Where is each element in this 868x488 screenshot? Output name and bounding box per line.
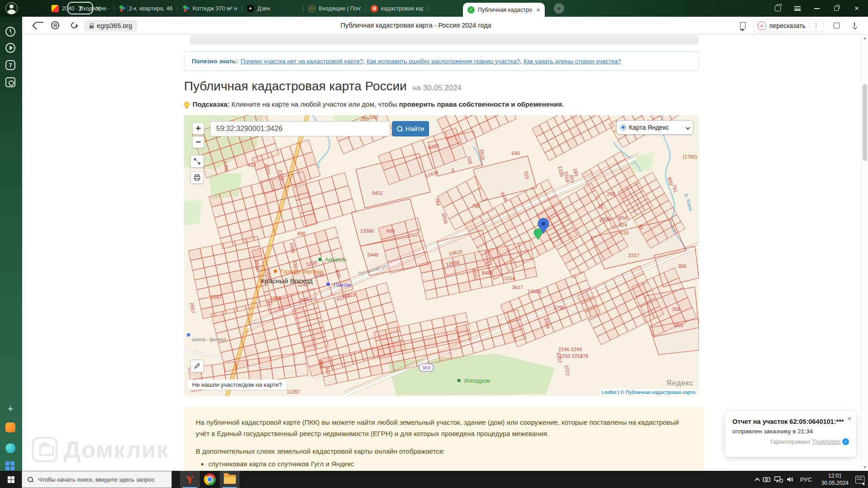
messenger-service-icon[interactable]	[5, 443, 15, 453]
ya-favicon: Я	[371, 5, 378, 12]
menu-button[interactable]	[791, 0, 804, 17]
url-text: egrp365.org	[97, 22, 132, 29]
tab-4[interactable]: 21Входящие | Почта | SOGo	[304, 0, 366, 17]
tab-groups-icon[interactable]: 7	[5, 60, 15, 70]
printer-icon	[193, 174, 201, 181]
notice-link-1[interactable]: Как исправить ошибку расположения границ…	[367, 58, 520, 65]
layer-select-dropdown[interactable]: Карта Яндекс	[616, 120, 693, 135]
language-indicator[interactable]: РУС	[797, 476, 815, 483]
yandex-home-button[interactable]: Я	[48, 17, 62, 34]
cadastral-map[interactable]: 5522788483105261612434564031534467887845…	[184, 115, 699, 396]
bookmark-button[interactable]	[736, 17, 749, 34]
taskbar-file-explorer[interactable]	[220, 471, 240, 488]
scrollbar-thumb[interactable]	[863, 84, 867, 161]
retell-button[interactable]: « пересказать ⋮	[753, 19, 824, 32]
profile-avatar[interactable]	[5, 2, 18, 14]
map-label: Горячие пирожки	[280, 268, 323, 275]
dzen-favicon	[247, 5, 254, 12]
cadastral-map-canvas[interactable]: 5522788483105261612434564031534467887845…	[184, 115, 699, 396]
page-scrollbar[interactable]: ▲ ▼	[861, 34, 868, 471]
tab-5[interactable]: Якадастровая карта — Ян	[366, 0, 428, 17]
taskbar-search[interactable]: Чтобы начать поиск, введите здесь запрос	[22, 471, 172, 488]
add-panel-icon[interactable]: +	[5, 404, 15, 414]
close-icon[interactable]: ×	[847, 414, 852, 423]
trustaction-link[interactable]: TrustAction	[812, 439, 840, 445]
tab-active-cadastral-map[interactable]: ✓ Публичная кадастрова ×	[463, 3, 545, 17]
map-label: Пиком	[334, 282, 351, 288]
minimize-button[interactable]	[810, 0, 824, 17]
hint-line: Подсказка: Кликните на карте на любой уч…	[184, 100, 564, 108]
parcel-number: 788	[472, 203, 480, 209]
notification-line: отправлен заказчику в 21:34	[732, 428, 849, 435]
parcel-number: 3617	[512, 285, 523, 290]
tab-0[interactable]: 2040 · Входящие — Яндекс	[47, 0, 113, 17]
download-icon	[852, 23, 857, 28]
poi-icon	[326, 282, 330, 286]
not-found-label[interactable]: Не нашли участок/дом на карте?	[188, 380, 286, 390]
zoom-in-button[interactable]: +	[192, 122, 204, 135]
yandex-browser-icon: Y	[186, 474, 193, 486]
tab-1[interactable]: 2-к. квартира, 46,4 м², 3/5	[114, 0, 177, 17]
tab-3[interactable]: Дзен	[242, 0, 303, 17]
hidden-icons-chevron[interactable]	[755, 478, 760, 483]
maximize-button[interactable]	[830, 0, 843, 17]
web-page: Полезно знать: Почему участка нет на кад…	[22, 34, 861, 471]
refresh-button[interactable]	[67, 17, 81, 34]
notice-link-0[interactable]: Почему участка нет на кадастровой карте?	[241, 58, 363, 65]
new-tab-button[interactable]: +	[554, 3, 564, 14]
scroll-up-arrow[interactable]: ▲	[861, 34, 868, 42]
yandex-watermark: Яндекс	[666, 379, 693, 387]
parcel-number: 413	[248, 162, 256, 168]
leaflet-link[interactable]: Leaflet	[602, 389, 617, 395]
tabs-panel-button[interactable]	[830, 17, 843, 34]
info-bullet-0: спутниковая карта со спутников Гугл и Ян…	[208, 459, 692, 470]
parcel-number: 5796	[554, 305, 565, 310]
measure-button[interactable]	[190, 360, 204, 372]
start-button[interactable]	[0, 471, 22, 488]
parcel-number: 11287	[287, 389, 300, 394]
map-attribution: Leaflet | © Публичная кадастровая карта	[599, 389, 698, 395]
parcel-number: 2250 2251	[559, 353, 583, 359]
map-label: Аквилон	[325, 257, 346, 263]
mail-favicon	[52, 5, 59, 12]
parcel-number: 640	[512, 150, 520, 156]
refresh-icon	[70, 21, 79, 30]
copyright-link[interactable]: © Публичная кадастровая карта	[621, 389, 695, 395]
tab-close-icon[interactable]: ×	[536, 6, 540, 13]
road-number-badge: 969	[422, 365, 430, 371]
taskbar-clock[interactable]: 12:01 30.05.2024	[818, 472, 852, 487]
music-service-icon[interactable]	[5, 422, 15, 432]
back-button[interactable]	[28, 17, 42, 34]
address-toolbar: Я egrp365.org Публичная кадастровая карт…	[22, 17, 868, 34]
find-button[interactable]: Найти	[392, 121, 429, 136]
downloads-button[interactable]	[848, 17, 861, 34]
yandex-icon: Я	[51, 21, 59, 29]
lock-icon	[90, 25, 94, 28]
volume-icon[interactable]	[786, 476, 794, 483]
services-grid-icon[interactable]	[5, 461, 15, 471]
taskbar-chrome[interactable]	[200, 471, 220, 488]
browser-tab-bar: 7 2040 · Входящие — Яндекс2-к. квартира,…	[0, 0, 868, 17]
scroll-down-arrow[interactable]: ▼	[861, 464, 868, 471]
fullscreen-button[interactable]	[190, 155, 204, 168]
cast-icon[interactable]	[762, 476, 771, 483]
tab-2[interactable]: Коттедж 370 м² на участк	[178, 0, 242, 17]
taskbar-yandex-browser[interactable]: Y	[180, 471, 200, 488]
side-panel-button[interactable]	[771, 0, 784, 17]
print-button[interactable]	[190, 171, 204, 184]
network-icon[interactable]	[774, 476, 783, 483]
report-notification[interactable]: × Отчет на участок 62:05:0640101:*** отп…	[725, 412, 856, 457]
cadastral-search-input[interactable]	[210, 121, 390, 136]
action-center-icon[interactable]	[855, 476, 864, 483]
zoom-out-button[interactable]: −	[192, 136, 204, 148]
url-chip[interactable]: egrp365.org	[84, 20, 137, 32]
screenshot-icon[interactable]	[5, 77, 15, 87]
video-icon[interactable]	[5, 43, 15, 53]
useful-links-box: Полезно знать: Почему участка нет на кад…	[184, 51, 699, 71]
close-window-button[interactable]: ×	[850, 0, 863, 17]
tab-label: Входящие | Почта | SOGo	[319, 5, 361, 12]
notice-link-2[interactable]: Как узнать длины сторон участка?	[524, 58, 621, 65]
map-label: школа - филиал	[192, 337, 226, 342]
kebab-menu-icon[interactable]: ⋮	[813, 22, 819, 29]
history-icon[interactable]	[5, 27, 15, 37]
